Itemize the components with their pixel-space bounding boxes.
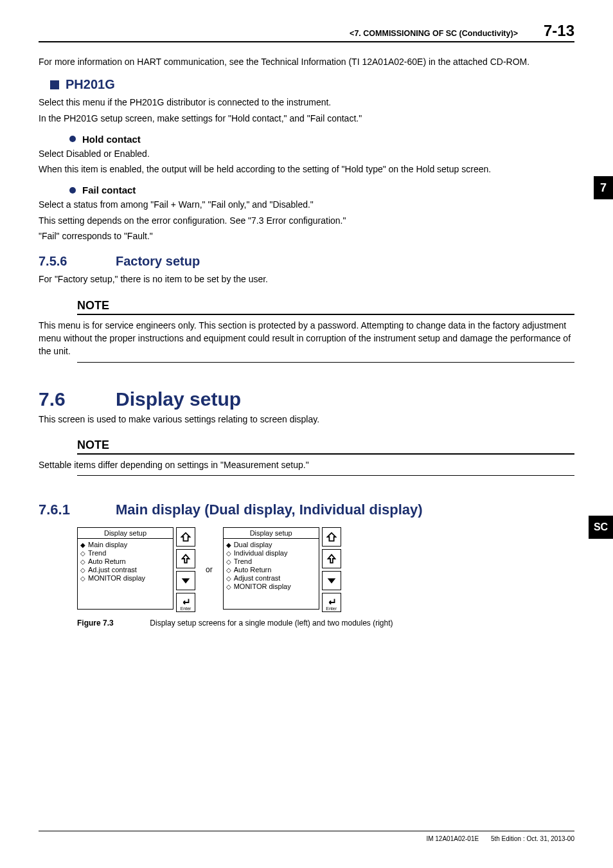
page-number: 7-13 [544, 22, 574, 40]
diamond-outline-icon: ◇ [226, 550, 231, 557]
side-tab-section: 7 [594, 176, 613, 199]
svg-marker-0 [182, 579, 190, 584]
list-item: Main display [88, 541, 127, 548]
heading-ph201g: PH201G [50, 77, 574, 92]
heading-fail-contact: Fail contact [69, 185, 574, 195]
hold-contact-p2: When this item is enabled, the output wi… [39, 163, 574, 176]
screen-right: Display setup ◆Dual display ◇Individual … [223, 527, 341, 612]
running-header: <7. COMMISSIONING OF SC (Conductivity)> … [39, 22, 574, 42]
list-item: Auto Return [234, 566, 272, 574]
list-item: MONITOR display [88, 574, 145, 582]
list-item: Ad.just contrast [88, 566, 137, 574]
screen-left: Display setup ◆Main display ◇Trend ◇Auto… [77, 527, 195, 612]
figure-caption: Figure 7.3 Display setup screens for a s… [77, 619, 574, 628]
hold-contact-p1: Select Disabled or Enabled. [39, 147, 574, 160]
figure-caption-text: Display setup screens for a single modul… [150, 619, 393, 628]
square-bullet-icon [50, 80, 59, 89]
screen-left-title: Display setup [78, 528, 173, 539]
intro-paragraph: For more information on HART communicati… [39, 55, 574, 68]
diamond-filled-icon: ◆ [80, 541, 85, 548]
ph201g-p1: Select this menu if the PH201G distribut… [39, 96, 574, 109]
diamond-outline-icon: ◇ [80, 558, 85, 565]
round-bullet-icon [69, 136, 76, 142]
document-id: IM 12A01A02-01E [426, 835, 479, 842]
diamond-outline-icon: ◇ [80, 575, 85, 582]
note-label-76: NOTE [77, 439, 574, 452]
heading-761: 7.6.1 Main display (Dual display, Indivi… [39, 502, 574, 518]
note-rule [77, 453, 574, 455]
diamond-outline-icon: ◇ [226, 575, 231, 582]
chapter-title: <7. COMMISSIONING OF SC (Conductivity)> [350, 29, 518, 38]
diamond-outline-icon: ◇ [226, 583, 231, 590]
ph201g-p2: In the PH201G setup screen, make setting… [39, 112, 574, 125]
diamond-outline-icon: ◇ [226, 558, 231, 565]
diamond-outline-icon: ◇ [80, 550, 85, 557]
enter-icon: Enter [322, 593, 341, 612]
list-item: Auto Return [88, 557, 126, 565]
diamond-filled-icon: ◆ [226, 541, 231, 548]
page-footer: IM 12A01A02-01E 5th Edition : Oct. 31, 2… [39, 831, 574, 842]
note-body-76: Settable items differ depending on setti… [39, 458, 574, 471]
list-item: Dual display [234, 541, 272, 548]
list-item: Individual display [234, 549, 288, 557]
list-item: Adjust contrast [234, 574, 281, 582]
side-tab-domain: SC [589, 516, 613, 539]
heading-76: 7.6 Display setup [39, 388, 574, 410]
sec76-p1: This screen is used to make various sett… [39, 413, 574, 426]
heading-756: 7.5.6 Factory setup [39, 254, 574, 269]
edition-info: 5th Edition : Oct. 31, 2013-00 [491, 835, 574, 842]
note-rule [77, 362, 574, 363]
home-icon [322, 527, 341, 547]
screen-right-title: Display setup [224, 528, 319, 539]
down-triangle-icon [322, 571, 341, 590]
fail-contact-p3: "Fail" corresponds to "Fault." [39, 230, 574, 242]
home-icon [176, 527, 195, 547]
figure-7-3: Display setup ◆Main display ◇Trend ◇Auto… [77, 527, 574, 612]
note-body-756: This menu is for service engineers only.… [39, 319, 574, 358]
or-label: or [206, 565, 213, 574]
sec756-p1: For "Factory setup," there is no item to… [39, 273, 574, 285]
heading-hold-contact: Hold contact [69, 134, 574, 145]
figure-label: Figure 7.3 [77, 619, 148, 628]
diamond-outline-icon: ◇ [226, 566, 231, 574]
note-label-756: NOTE [77, 299, 574, 312]
up-arrow-icon [322, 549, 341, 568]
enter-icon: Enter [176, 593, 195, 612]
list-item: MONITOR display [234, 583, 291, 590]
down-triangle-icon [176, 571, 195, 590]
list-item: Trend [88, 549, 106, 557]
note-rule [77, 475, 574, 476]
note-rule [77, 314, 574, 315]
diamond-outline-icon: ◇ [80, 566, 85, 574]
up-arrow-icon [176, 549, 195, 568]
svg-marker-1 [327, 579, 335, 584]
fail-contact-p1: Select a status from among "Fail + Warn,… [39, 198, 574, 211]
fail-contact-p2: This setting depends on the error config… [39, 214, 574, 227]
round-bullet-icon [69, 187, 76, 194]
list-item: Trend [234, 557, 252, 565]
